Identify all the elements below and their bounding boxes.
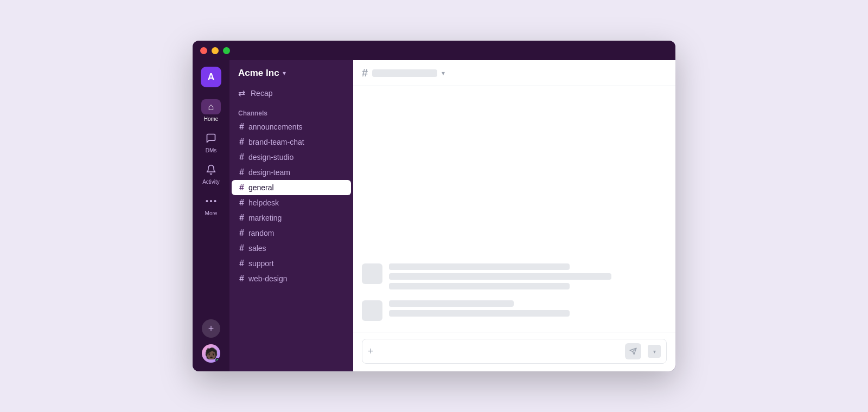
dms-icon (201, 131, 221, 146)
title-bar (193, 41, 675, 60)
channel-item-general[interactable]: # general (232, 180, 351, 195)
channel-item-sales[interactable]: # sales (232, 241, 351, 256)
channels-list: # announcements # brand-team-chat # desi… (229, 119, 353, 286)
hash-icon: # (239, 214, 244, 222)
channels-section-label: Channels (229, 106, 353, 119)
message-avatar (362, 300, 382, 321)
message-input-box[interactable]: + ▾ (362, 339, 667, 364)
nav-item-activity[interactable]: Activity (195, 159, 227, 188)
hash-icon: # (239, 123, 244, 131)
app-window: A ⌂ Home DMs (193, 41, 675, 371)
add-workspace-button[interactable]: + (202, 319, 220, 338)
nav-item-home[interactable]: ⌂ Home (195, 96, 227, 125)
hash-icon: # (239, 259, 244, 268)
channel-item-announcements[interactable]: # announcements (232, 119, 351, 134)
traffic-light-yellow[interactable] (212, 47, 219, 54)
message-line-3 (389, 283, 570, 289)
nav-label-dms: DMs (206, 147, 217, 153)
chat-header-chevron-icon: ▾ (442, 69, 445, 77)
channel-name: helpdesk (248, 198, 279, 207)
main-layout: A ⌂ Home DMs (193, 60, 675, 371)
message-line-1 (389, 263, 570, 270)
attach-icon[interactable]: + (368, 346, 374, 357)
recap-item[interactable]: ⇄ Recap (229, 84, 353, 102)
more-icon (201, 194, 221, 209)
workspace-name: Acme Inc (238, 68, 279, 79)
hash-icon: # (239, 168, 244, 177)
user-status-dot (215, 358, 220, 363)
nav-label-activity: Activity (202, 179, 220, 185)
workspace-header[interactable]: Acme Inc ▾ (229, 60, 353, 84)
chat-area: # ▾ (353, 60, 675, 371)
workspace-avatar[interactable]: A (201, 67, 221, 87)
hash-icon: # (239, 274, 244, 283)
channel-name: announcements (248, 123, 303, 131)
send-button[interactable] (625, 343, 641, 359)
channel-name: brand-team-chat (248, 138, 304, 146)
svg-point-2 (214, 200, 216, 202)
nav-label-more: More (205, 210, 218, 216)
channel-item-design-team[interactable]: # design-team (232, 165, 351, 180)
traffic-light-red[interactable] (200, 47, 207, 54)
channel-name: general (248, 183, 274, 192)
channel-item-helpdesk[interactable]: # helpdesk (232, 195, 351, 210)
channel-item-design-studio[interactable]: # design-studio (232, 150, 351, 165)
message-row (362, 300, 667, 321)
chat-messages (353, 86, 675, 332)
hash-icon: # (239, 244, 244, 253)
message-line-2 (389, 273, 611, 280)
message-line-2 (389, 310, 570, 317)
hash-icon: # (239, 138, 244, 146)
channel-name: design-studio (248, 153, 293, 162)
svg-point-0 (206, 200, 208, 202)
hash-icon: # (239, 229, 244, 237)
message-content (389, 300, 667, 317)
message-row (362, 263, 667, 289)
hash-icon: # (239, 183, 244, 192)
message-line-1 (389, 300, 514, 307)
channel-item-random[interactable]: # random (232, 226, 351, 241)
chat-header: # ▾ (353, 60, 675, 86)
channel-sidebar: Acme Inc ▾ ⇄ Recap Channels # announceme… (229, 60, 353, 371)
workspace-chevron-icon: ▾ (283, 69, 286, 77)
recap-label: Recap (251, 89, 272, 98)
traffic-light-green[interactable] (223, 47, 230, 54)
user-avatar[interactable]: 🧑🏿 (202, 344, 220, 363)
channel-name: random (248, 229, 274, 237)
svg-point-1 (210, 200, 212, 202)
channel-item-web-design[interactable]: # web-design (232, 271, 351, 286)
channel-item-brand-team-chat[interactable]: # brand-team-chat (232, 134, 351, 150)
chat-header-hash-icon: # (362, 67, 368, 79)
send-options-button[interactable]: ▾ (648, 345, 661, 358)
channel-item-support[interactable]: # support (232, 256, 351, 271)
channel-name: web-design (248, 274, 288, 283)
channel-name: marketing (248, 214, 282, 222)
hash-icon: # (239, 153, 244, 162)
nav-item-dms[interactable]: DMs (195, 127, 227, 157)
icon-rail: A ⌂ Home DMs (193, 60, 229, 371)
message-content (389, 263, 667, 289)
channel-name: design-team (248, 168, 290, 177)
nav-item-more[interactable]: More (195, 190, 227, 220)
home-icon: ⌂ (201, 99, 221, 114)
channel-name: sales (248, 244, 266, 253)
hash-icon: # (239, 198, 244, 207)
channel-name: support (248, 259, 274, 268)
chat-input-area: + ▾ (353, 332, 675, 371)
nav-label-home: Home (204, 116, 219, 122)
channel-item-marketing[interactable]: # marketing (232, 210, 351, 226)
message-avatar (362, 263, 382, 284)
recap-icon: ⇄ (238, 88, 245, 98)
chat-header-channel-name (372, 69, 437, 77)
activity-icon (201, 162, 221, 177)
